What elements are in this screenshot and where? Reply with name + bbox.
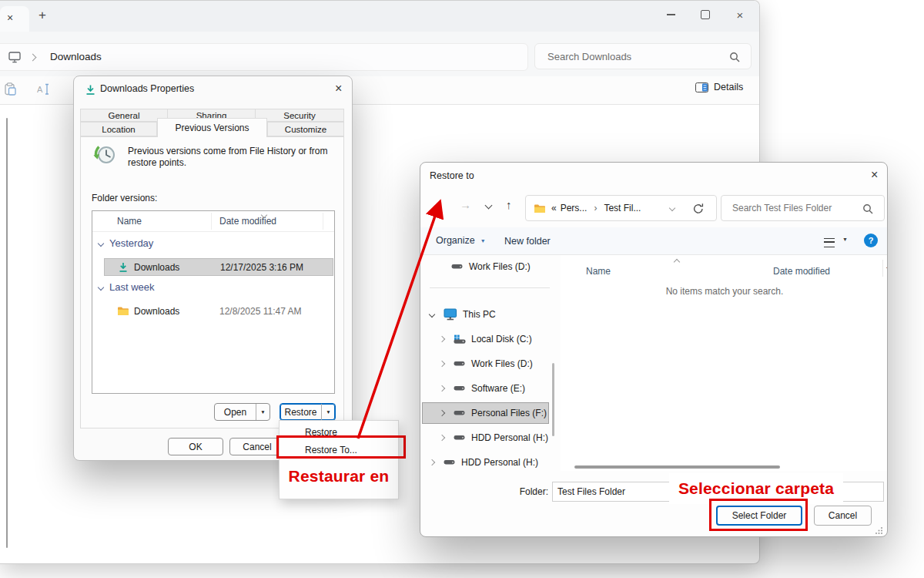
annotation-seleccionar-carpeta: Seleccionar carpeta xyxy=(669,479,843,498)
nav-item-label: HDD Personal (H:) xyxy=(471,432,548,443)
restore-dropdown-icon[interactable]: ▼ xyxy=(322,404,335,420)
nav-item-work-files-top[interactable]: Work Files (D:) xyxy=(451,257,531,276)
nav-item-personal-files-f-selected[interactable]: Personal Files (F:) xyxy=(440,404,547,422)
help-icon[interactable]: ? xyxy=(864,234,878,247)
expand-collapse-icon[interactable] xyxy=(429,311,435,318)
forward-icon[interactable]: → xyxy=(460,198,471,211)
column-header-name[interactable]: Name xyxy=(117,216,142,227)
nav-pane-scrollbar[interactable] xyxy=(6,118,8,548)
restore-dialog-title: Restore to xyxy=(430,170,474,181)
command-bar: Organize ▼ New folder ▼ ? xyxy=(420,227,887,255)
nav-item-work-files-d[interactable]: Work Files (D:) xyxy=(440,355,533,373)
tab-general[interactable]: General xyxy=(80,109,168,122)
properties-close-icon[interactable]: × xyxy=(335,82,342,96)
address-dropdown-icon[interactable] xyxy=(669,205,675,211)
column-divider[interactable] xyxy=(211,213,212,230)
expand-icon[interactable] xyxy=(439,410,445,416)
nav-item-hdd-personal-h[interactable]: HDD Personal (H:) xyxy=(440,428,548,447)
crumb-personal[interactable]: Pers... xyxy=(561,203,588,213)
nav-item-label: Software (E:) xyxy=(471,383,525,394)
restore-cancel-button[interactable]: Cancel xyxy=(814,506,872,526)
annotation-restaurar-en: Restaurar en xyxy=(280,467,398,486)
this-pc-icon xyxy=(444,308,457,321)
properties-dialog-title: Downloads Properties xyxy=(100,83,194,94)
tab-customize[interactable]: Customize xyxy=(267,122,344,136)
expand-icon[interactable] xyxy=(439,336,445,342)
folder-versions-label: Folder versions: xyxy=(92,193,157,203)
explorer-search-box[interactable]: Search Downloads xyxy=(534,43,752,69)
crumb-separator: › xyxy=(594,203,597,213)
nav-item-software-e[interactable]: Software (E:) xyxy=(440,379,525,398)
nav-separator xyxy=(430,287,550,288)
folder-versions-list: Name Date modified Yesterday Downloads 1… xyxy=(92,210,335,394)
tab-close-icon[interactable]: × xyxy=(7,12,13,24)
column-header-name[interactable]: Name xyxy=(586,266,611,277)
column-header-type-partial[interactable]: T xyxy=(886,266,888,277)
restore-search-box[interactable]: Search Test Files Folder xyxy=(721,195,885,221)
restore-dialog-close-icon[interactable]: × xyxy=(871,168,878,182)
close-window-button[interactable]: × xyxy=(727,5,753,24)
recent-locations-icon[interactable] xyxy=(485,202,493,210)
crumb-test-files[interactable]: Test Fil... xyxy=(604,203,641,213)
column-divider[interactable] xyxy=(323,213,323,230)
new-folder-button[interactable]: New folder xyxy=(504,236,551,247)
nav-item-hdd-personal-h-outer[interactable]: HDD Personal (H:) xyxy=(430,453,538,472)
breadcrumb-chevron-icon xyxy=(29,54,37,62)
organize-button[interactable]: Organize ▼ xyxy=(436,235,486,246)
nav-item-local-disk-c[interactable]: Local Disk (C:) xyxy=(440,330,532,348)
refresh-icon[interactable] xyxy=(692,203,705,215)
restore-button-label: Restore xyxy=(280,404,321,420)
breadcrumb-location[interactable]: Downloads xyxy=(50,51,102,62)
group-header-last-week[interactable]: Last week xyxy=(99,281,155,293)
expand-icon[interactable] xyxy=(439,385,445,391)
open-split-button[interactable]: Open ▼ xyxy=(214,403,270,421)
breadcrumb[interactable]: Downloads xyxy=(0,43,528,71)
tab-location[interactable]: Location xyxy=(80,122,157,136)
restore-address-bar[interactable]: « Pers... › Test Fil... xyxy=(525,195,717,221)
drive-icon xyxy=(454,385,465,391)
rename-icon[interactable]: A xyxy=(37,83,51,96)
expand-icon[interactable] xyxy=(439,435,445,441)
group-header-yesterday[interactable]: Yesterday xyxy=(99,237,153,249)
version-name: Downloads xyxy=(134,306,179,317)
paste-icon[interactable] xyxy=(5,82,16,96)
empty-state-text: No items match your search. xyxy=(609,286,840,297)
up-icon[interactable]: ↑ xyxy=(506,198,512,211)
explorer-tab[interactable]: × xyxy=(0,6,29,32)
expand-icon[interactable] xyxy=(429,459,435,465)
expand-icon[interactable] xyxy=(439,361,445,367)
search-placeholder: Search Test Files Folder xyxy=(732,203,832,213)
restore-context-menu: Restore Restore To... Restaurar en xyxy=(279,420,399,499)
version-date: 12/17/2025 3:16 PM xyxy=(220,262,303,273)
column-header-date-modified[interactable]: Date modified xyxy=(773,266,830,277)
drive-icon xyxy=(451,264,463,270)
open-dropdown-icon[interactable]: ▼ xyxy=(256,404,270,420)
properties-title-bar: Downloads Properties × xyxy=(74,76,352,102)
drive-icon xyxy=(454,410,465,416)
column-divider[interactable] xyxy=(882,260,883,277)
restore-split-button[interactable]: Restore ▼ xyxy=(280,403,336,421)
search-icon xyxy=(862,203,873,214)
maximize-button[interactable] xyxy=(692,5,718,24)
back-icon[interactable]: ← xyxy=(431,198,443,211)
column-header-date-modified[interactable]: Date modified xyxy=(219,216,276,227)
details-label: Details xyxy=(714,82,743,92)
tab-security[interactable]: Security xyxy=(255,109,344,122)
view-list-icon[interactable] xyxy=(824,238,835,247)
search-placeholder: Search Downloads xyxy=(547,51,631,62)
tab-previous-versions[interactable]: Previous Versions xyxy=(157,118,267,137)
nav-item-label: Work Files (D:) xyxy=(469,261,531,272)
version-row[interactable]: Downloads 12/8/2025 11:47 AM xyxy=(104,302,333,320)
details-pane-icon xyxy=(695,82,708,92)
folder-name-value: Test Files Folder xyxy=(557,486,625,497)
resize-grip[interactable] xyxy=(875,526,883,535)
version-row-selected[interactable]: Downloads 12/17/2025 3:16 PM xyxy=(104,258,333,276)
view-dropdown-icon[interactable]: ▼ xyxy=(842,237,848,242)
ok-button[interactable]: OK xyxy=(168,438,223,455)
minimize-button[interactable] xyxy=(658,5,684,24)
details-button[interactable]: Details xyxy=(695,82,743,92)
nav-item-this-pc[interactable]: This PC xyxy=(430,305,496,324)
nav-scrollbar[interactable] xyxy=(552,363,554,436)
new-tab-button[interactable]: + xyxy=(38,8,46,23)
horizontal-scrollbar[interactable] xyxy=(574,465,780,469)
